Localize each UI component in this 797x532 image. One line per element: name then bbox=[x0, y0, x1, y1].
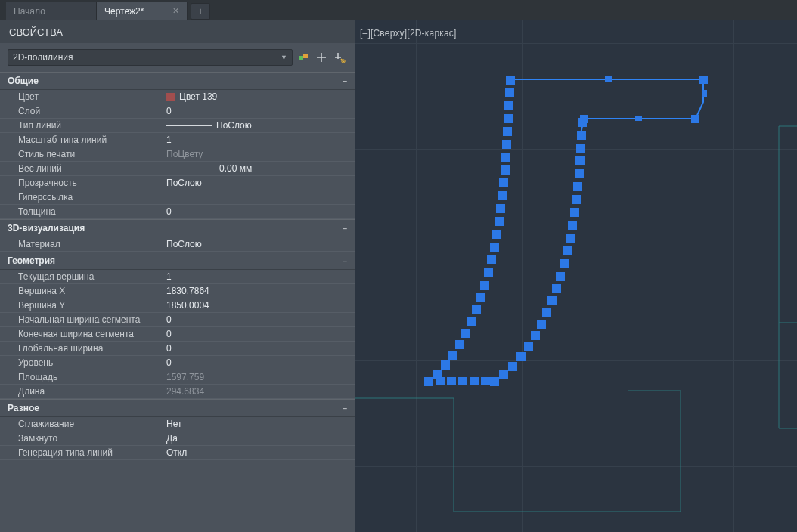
svg-rect-44 bbox=[542, 308, 551, 317]
section-misc[interactable]: Разное – bbox=[0, 399, 355, 417]
svg-rect-38 bbox=[566, 234, 575, 243]
plus-icon: + bbox=[197, 6, 203, 17]
linetype-sample-icon bbox=[166, 125, 212, 126]
svg-rect-60 bbox=[699, 76, 708, 84]
properties-panel: СВОЙСТВА 2D-полилиния ▼ bbox=[0, 20, 355, 532]
svg-rect-1 bbox=[303, 54, 308, 58]
prop-row-plotstyle: Стиль печати ПоЦвету bbox=[0, 147, 355, 162]
svg-rect-33 bbox=[575, 169, 584, 178]
svg-rect-43 bbox=[547, 296, 557, 305]
panel-title: СВОЙСТВА bbox=[0, 20, 355, 43]
svg-rect-0 bbox=[299, 56, 303, 60]
prop-row-color: Цвет Цвет 139 bbox=[0, 90, 355, 104]
svg-rect-15 bbox=[492, 230, 501, 239]
collapse-icon: – bbox=[343, 77, 347, 85]
svg-rect-20 bbox=[476, 293, 485, 302]
svg-rect-57 bbox=[481, 377, 490, 385]
svg-rect-5 bbox=[504, 101, 513, 110]
toggle-pim-icon[interactable] bbox=[296, 50, 311, 65]
svg-rect-47 bbox=[524, 342, 533, 351]
entity-type-select[interactable]: 2D-полилиния ▼ bbox=[8, 49, 293, 66]
svg-rect-54 bbox=[447, 377, 456, 385]
svg-rect-11 bbox=[499, 178, 508, 187]
prop-row-lineweight: Вес линий 0.00 мм bbox=[0, 162, 355, 176]
svg-rect-53 bbox=[436, 377, 445, 385]
svg-rect-6 bbox=[504, 114, 513, 123]
svg-rect-13 bbox=[496, 204, 505, 213]
prop-row-closed: Замкнуто Да bbox=[0, 431, 355, 446]
svg-rect-34 bbox=[573, 182, 582, 191]
prop-row-linetype: Тип линий ПоСлою bbox=[0, 119, 355, 133]
prop-row-elev: Уровень 0 bbox=[0, 356, 355, 370]
svg-rect-45 bbox=[537, 320, 546, 329]
svg-rect-58 bbox=[490, 377, 499, 385]
prop-row-ltscale: Масштаб типа линий 1 bbox=[0, 133, 355, 147]
svg-rect-12 bbox=[498, 191, 507, 200]
prop-row-area: Площадь 1597.759 bbox=[0, 370, 355, 385]
prop-row-len: Длина 294.6834 bbox=[0, 385, 355, 399]
document-tabbar: Начало Чертеж2* ✕ + bbox=[0, 0, 797, 20]
collapse-icon: – bbox=[343, 404, 347, 413]
svg-rect-10 bbox=[501, 165, 510, 175]
select-objects-icon[interactable] bbox=[314, 50, 329, 65]
svg-rect-52 bbox=[424, 377, 433, 385]
svg-rect-61 bbox=[691, 115, 699, 123]
svg-rect-7 bbox=[503, 127, 512, 136]
svg-rect-65 bbox=[635, 116, 642, 121]
prop-row-vy: Вершина Y 1850.0004 bbox=[0, 298, 355, 313]
tab-drawing[interactable]: Чертеж2* ✕ bbox=[97, 2, 188, 20]
prop-row-cur-vertex: Текущая вершина 1 bbox=[0, 270, 355, 284]
svg-rect-62 bbox=[580, 115, 588, 123]
svg-rect-31 bbox=[576, 144, 585, 153]
prop-row-smooth: Сглаживание Нет bbox=[0, 417, 355, 431]
svg-rect-39 bbox=[563, 246, 572, 255]
svg-rect-18 bbox=[484, 268, 493, 277]
svg-rect-22 bbox=[467, 317, 476, 326]
section-3dviz[interactable]: 3D-визуализация – bbox=[0, 219, 355, 237]
close-icon[interactable]: ✕ bbox=[172, 6, 179, 16]
svg-rect-32 bbox=[575, 156, 585, 165]
prop-row-thickness: Толщина 0 bbox=[0, 205, 355, 219]
prop-row-transparency: Прозрачность ПоСлою bbox=[0, 176, 355, 190]
prop-row-ew: Конечная ширина сегмента 0 bbox=[0, 327, 355, 342]
svg-rect-21 bbox=[472, 305, 481, 314]
collapse-icon: – bbox=[343, 224, 347, 233]
svg-rect-36 bbox=[570, 208, 579, 217]
svg-rect-55 bbox=[458, 377, 467, 385]
tab-home[interactable]: Начало bbox=[6, 2, 97, 20]
svg-rect-41 bbox=[556, 272, 565, 281]
svg-rect-49 bbox=[508, 362, 517, 371]
svg-rect-14 bbox=[495, 217, 504, 226]
prop-row-ltgen: Генерация типа линий Откл bbox=[0, 446, 355, 460]
svg-rect-4 bbox=[505, 88, 514, 97]
svg-rect-19 bbox=[480, 281, 489, 290]
svg-rect-59 bbox=[507, 76, 515, 84]
svg-rect-42 bbox=[552, 284, 561, 293]
svg-rect-24 bbox=[455, 340, 464, 349]
prop-row-material: Материал ПоСлою bbox=[0, 237, 355, 252]
section-geometry[interactable]: Геометрия – bbox=[0, 252, 355, 270]
svg-rect-8 bbox=[502, 140, 511, 149]
color-swatch bbox=[166, 93, 175, 101]
quick-select-icon[interactable] bbox=[332, 50, 347, 65]
svg-rect-25 bbox=[448, 351, 457, 360]
selected-polyline[interactable] bbox=[355, 20, 797, 532]
svg-rect-26 bbox=[441, 360, 450, 370]
svg-rect-46 bbox=[531, 331, 540, 340]
drawing-viewport[interactable]: [–][Сверху][2D-каркас] bbox=[355, 20, 797, 532]
new-tab-button[interactable]: + bbox=[191, 3, 210, 20]
svg-rect-63 bbox=[605, 76, 612, 82]
prop-row-layer: Слой 0 bbox=[0, 104, 355, 119]
svg-rect-16 bbox=[490, 243, 499, 252]
svg-rect-9 bbox=[501, 153, 510, 162]
svg-rect-37 bbox=[568, 221, 577, 230]
section-general[interactable]: Общие – bbox=[0, 72, 355, 90]
svg-rect-17 bbox=[487, 255, 496, 264]
prop-row-gw: Глобальная ширина 0 bbox=[0, 342, 355, 356]
svg-rect-50 bbox=[499, 370, 508, 379]
tab-label: Чертеж2* bbox=[104, 6, 144, 17]
prop-row-sw: Начальная ширина сегмента 0 bbox=[0, 313, 355, 327]
prop-row-vx: Вершина X 1830.7864 bbox=[0, 284, 355, 298]
svg-rect-30 bbox=[577, 131, 586, 140]
lineweight-sample-icon bbox=[166, 169, 215, 169]
